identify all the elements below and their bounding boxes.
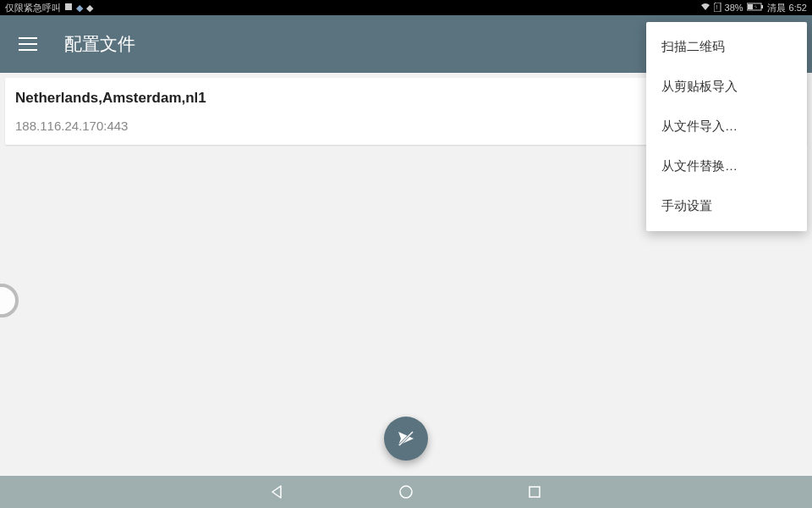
add-profile-menu: 扫描二维码 从剪贴板导入 从文件导入… 从文件替换… 手动设置 <box>646 22 807 231</box>
page-title: 配置文件 <box>64 32 135 56</box>
svg-rect-8 <box>529 487 540 497</box>
lightning-icon: ◆ <box>76 3 83 14</box>
menu-button[interactable] <box>19 34 39 54</box>
wifi-icon <box>700 3 710 13</box>
menu-item-import-clipboard[interactable]: 从剪贴板导入 <box>646 67 807 107</box>
circle-home-icon <box>398 484 414 500</box>
triangle-back-icon <box>270 484 285 500</box>
battery-percent: 38% <box>725 3 743 13</box>
sim-icon <box>64 3 73 13</box>
connect-fab[interactable] <box>384 417 428 461</box>
clock: 6:52 <box>789 3 807 13</box>
android-nav-bar <box>0 476 812 508</box>
status-text: 仅限紧急呼叫 <box>5 2 61 14</box>
menu-item-import-file[interactable]: 从文件导入… <box>646 107 807 146</box>
menu-item-scan-qr[interactable]: 扫描二维码 <box>646 27 807 67</box>
svg-point-7 <box>400 486 412 498</box>
square-recent-icon <box>528 485 541 499</box>
nav-recent-button[interactable] <box>525 483 544 501</box>
status-right: ! 38% 清晨6:52 <box>700 2 807 14</box>
svg-text:!: ! <box>716 4 717 10</box>
no-sim-icon: ! <box>714 3 721 14</box>
android-status-bar: 仅限紧急呼叫 ◆ ◆ ! 38% 清晨6:52 <box>0 0 812 15</box>
menu-item-replace-file[interactable]: 从文件替换… <box>646 146 807 186</box>
svg-rect-3 <box>761 5 763 8</box>
battery-icon <box>747 3 764 13</box>
nav-back-button[interactable] <box>268 483 287 501</box>
lightning-icon-2: ◆ <box>86 3 93 14</box>
paper-plane-off-icon <box>396 428 416 449</box>
time-prefix: 清晨 <box>767 2 786 14</box>
svg-rect-0 <box>65 3 72 10</box>
menu-item-manual[interactable]: 手动设置 <box>646 186 807 226</box>
status-left: 仅限紧急呼叫 ◆ ◆ <box>5 2 93 14</box>
nav-home-button[interactable] <box>397 483 415 501</box>
svg-rect-4 <box>748 4 753 9</box>
